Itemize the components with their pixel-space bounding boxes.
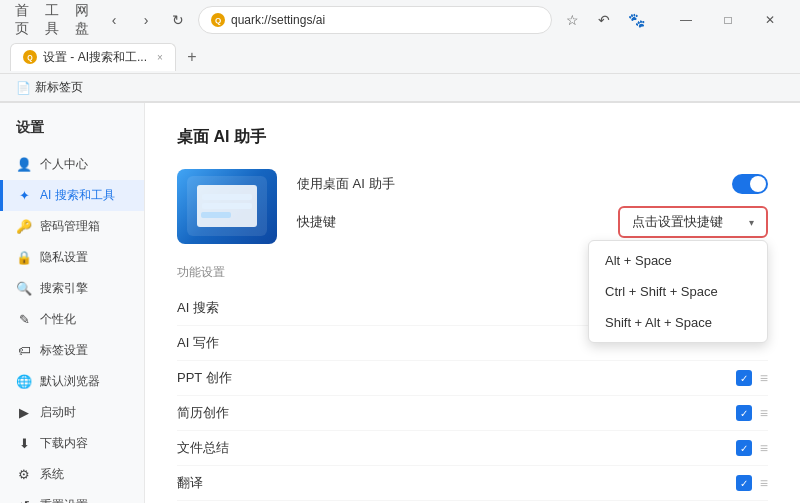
checkbox-5[interactable] <box>736 475 752 491</box>
sidebar-label-privacy: 隐私设置 <box>40 249 88 266</box>
bookmark-new-tab[interactable]: 📄 新标签页 <box>10 77 89 98</box>
title-bar-right: ☆ ↶ 🐾 — □ ✕ <box>560 6 790 34</box>
checkbox-4[interactable] <box>736 440 752 456</box>
section1-title: 桌面 AI 助手 <box>177 127 768 148</box>
sidebar-item-startup[interactable]: ▶ 启动时 <box>0 397 144 428</box>
reload-btn[interactable]: ↻ <box>166 8 190 32</box>
feature-options-ai: 使用桌面 AI 助手 快捷键 点击设置快捷键 ▾ <box>297 168 768 244</box>
shortcut-dropdown-menu: Alt + Space Ctrl + Shift + Space Shift +… <box>588 240 768 343</box>
ai-search-icon: ✦ <box>16 188 32 204</box>
sidebar-item-ai-search[interactable]: ✦ AI 搜索和工具 <box>0 180 144 211</box>
tab-bar: Q 设置 - AI搜索和工... × + <box>0 40 800 74</box>
browser-icon: 🌐 <box>16 374 32 390</box>
shortcut-placeholder: 点击设置快捷键 <box>632 213 723 231</box>
sidebar-label-system: 系统 <box>40 466 64 483</box>
search-icon: 🔍 <box>16 281 32 297</box>
user-icon[interactable]: 🐾 <box>624 8 648 32</box>
func-label-4: 文件总结 <box>177 439 229 457</box>
sidebar-item-system[interactable]: ⚙ 系统 <box>0 459 144 490</box>
sidebar-label-search: 搜索引擎 <box>40 280 88 297</box>
reset-icon: ↺ <box>16 498 32 504</box>
downloads-icon: ⬇ <box>16 436 32 452</box>
func-controls-4: ≡ <box>736 440 768 456</box>
password-icon: 🔑 <box>16 219 32 235</box>
func-row-3: 简历创作 ≡ <box>177 396 768 431</box>
tab-favicon: Q <box>23 50 37 64</box>
labels-icon: 🏷 <box>16 343 32 359</box>
dropdown-item-2[interactable]: Shift + Alt + Space <box>589 307 767 338</box>
checkbox-2[interactable] <box>736 370 752 386</box>
dropdown-arrow-icon: ▾ <box>749 217 754 228</box>
tools-btn[interactable]: 工具 <box>40 8 64 32</box>
use-ai-label: 使用桌面 AI 助手 <box>297 175 395 193</box>
bookmark-icon: 📄 <box>16 81 31 95</box>
browser-nav: 首页 工具 网盘 <box>10 8 94 32</box>
func-label-1: AI 写作 <box>177 334 219 352</box>
toggle-knob <box>750 176 766 192</box>
nav-home[interactable]: 首页 <box>10 8 34 32</box>
sidebar-label-personalize: 个性化 <box>40 311 76 328</box>
sidebar-label-ai-search: AI 搜索和工具 <box>40 187 115 204</box>
sidebar-item-reset[interactable]: ↺ 重置设置 <box>0 490 144 503</box>
shortcut-dropdown[interactable]: 点击设置快捷键 ▾ <box>618 206 768 238</box>
shortcut-row: 快捷键 点击设置快捷键 ▾ Alt + Space Ctrl + Shift +… <box>297 200 768 244</box>
shortcut-label: 快捷键 <box>297 213 336 231</box>
sidebar-item-password[interactable]: 🔑 密码管理箱 <box>0 211 144 242</box>
title-bar-left: 首页 工具 网盘 ‹ › ↻ Q quark://settings/ai <box>10 6 552 34</box>
tab-settings[interactable]: Q 设置 - AI搜索和工... × <box>10 43 176 71</box>
forward-btn[interactable]: › <box>134 8 158 32</box>
address-text: quark://settings/ai <box>231 13 539 27</box>
sidebar-item-personal[interactable]: 👤 个人中心 <box>0 149 144 180</box>
bookmark-bar: 📄 新标签页 <box>0 74 800 102</box>
back-btn[interactable]: ‹ <box>102 8 126 32</box>
shortcut-dropdown-container: 点击设置快捷键 ▾ Alt + Space Ctrl + Shift + Spa… <box>618 206 768 238</box>
func-controls-3: ≡ <box>736 405 768 421</box>
minimize-btn[interactable]: — <box>666 6 706 34</box>
tab-close[interactable]: × <box>157 52 163 63</box>
checkbox-3[interactable] <box>736 405 752 421</box>
tab-label: 设置 - AI搜索和工... <box>43 49 147 66</box>
address-bar[interactable]: Q quark://settings/ai <box>198 6 552 34</box>
func-label-5: 翻译 <box>177 474 203 492</box>
title-bar: 首页 工具 网盘 ‹ › ↻ Q quark://settings/ai ☆ ↶… <box>0 0 800 40</box>
sidebar-item-privacy[interactable]: 🔒 隐私设置 <box>0 242 144 273</box>
cloud-btn[interactable]: 网盘 <box>70 8 94 32</box>
func-label-0: AI 搜索 <box>177 299 219 317</box>
func-controls-5: ≡ <box>736 475 768 491</box>
sidebar-title: 设置 <box>0 113 144 149</box>
favicon: Q <box>211 13 225 27</box>
sidebar-item-labels[interactable]: 🏷 标签设置 <box>0 335 144 366</box>
bookmark-label: 新标签页 <box>35 79 83 96</box>
system-icon: ⚙ <box>16 467 32 483</box>
startup-icon: ▶ <box>16 405 32 421</box>
drag-handle-2[interactable]: ≡ <box>760 370 768 386</box>
history-icon[interactable]: ↶ <box>592 8 616 32</box>
drag-handle-4[interactable]: ≡ <box>760 440 768 456</box>
sidebar: 设置 👤 个人中心 ✦ AI 搜索和工具 🔑 密码管理箱 🔒 隐私设置 🔍 搜索… <box>0 103 145 503</box>
drag-handle-5[interactable]: ≡ <box>760 475 768 491</box>
func-label-3: 简历创作 <box>177 404 229 422</box>
sidebar-item-browser[interactable]: 🌐 默认浏览器 <box>0 366 144 397</box>
sidebar-item-downloads[interactable]: ⬇ 下载内容 <box>0 428 144 459</box>
sidebar-item-search[interactable]: 🔍 搜索引擎 <box>0 273 144 304</box>
sidebar-label-password: 密码管理箱 <box>40 218 100 235</box>
app-body: 设置 👤 个人中心 ✦ AI 搜索和工具 🔑 密码管理箱 🔒 隐私设置 🔍 搜索… <box>0 103 800 503</box>
use-ai-toggle[interactable] <box>732 174 768 194</box>
dropdown-item-0[interactable]: Alt + Space <box>589 245 767 276</box>
sidebar-label-downloads: 下载内容 <box>40 435 88 452</box>
new-tab-btn[interactable]: + <box>180 45 204 69</box>
dropdown-item-1[interactable]: Ctrl + Shift + Space <box>589 276 767 307</box>
sidebar-item-personalize[interactable]: ✎ 个性化 <box>0 304 144 335</box>
window-controls: — □ ✕ <box>666 6 790 34</box>
sidebar-label-reset: 重置设置 <box>40 497 88 503</box>
close-btn[interactable]: ✕ <box>750 6 790 34</box>
main-content: 桌面 AI 助手 使用桌面 AI 助手 <box>145 103 800 503</box>
drag-handle-3[interactable]: ≡ <box>760 405 768 421</box>
func-row-2: PPT 创作 ≡ <box>177 361 768 396</box>
ai-assistant-image <box>177 169 277 244</box>
browser-chrome: 首页 工具 网盘 ‹ › ↻ Q quark://settings/ai ☆ ↶… <box>0 0 800 103</box>
maximize-btn[interactable]: □ <box>708 6 748 34</box>
star-icon[interactable]: ☆ <box>560 8 584 32</box>
sidebar-label-personal: 个人中心 <box>40 156 88 173</box>
use-ai-row: 使用桌面 AI 助手 <box>297 168 768 200</box>
